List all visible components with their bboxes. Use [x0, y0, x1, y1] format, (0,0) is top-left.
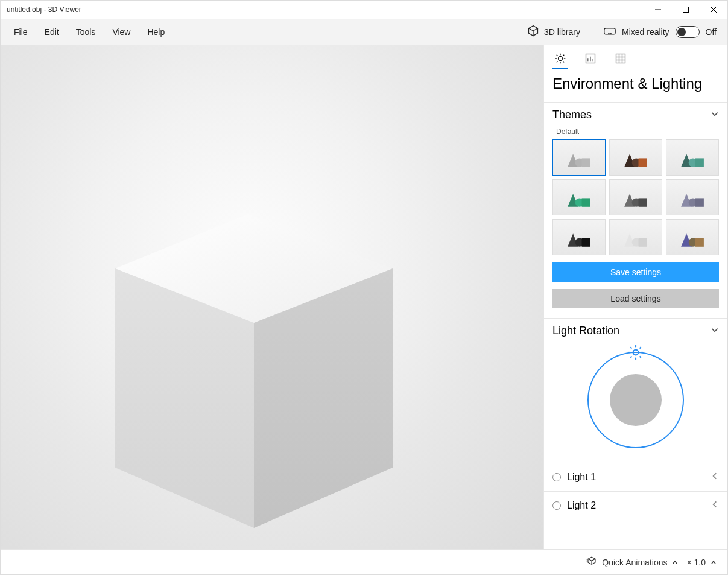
chevron-up-icon: [672, 558, 678, 567]
grid-icon: [615, 52, 627, 67]
load-settings-button[interactable]: Load settings: [552, 289, 719, 308]
minimize-button[interactable]: [644, 1, 672, 19]
title-bar: untitled.obj - 3D Viewer: [1, 1, 727, 19]
light-rotation-title: Light Rotation: [552, 325, 619, 337]
theme-grid: [552, 139, 719, 255]
svg-line-33: [630, 357, 631, 358]
svg-line-32: [640, 357, 641, 358]
svg-line-13: [557, 55, 558, 56]
svg-line-34: [640, 347, 641, 348]
svg-line-16: [563, 55, 565, 56]
quick-animations-button[interactable]: Quick Animations: [586, 556, 678, 568]
light-1-label: Light 1: [567, 472, 596, 483]
3d-library-button[interactable]: 3D library: [521, 21, 586, 42]
menu-view[interactable]: View: [104, 24, 139, 40]
mixed-reality-icon: [604, 26, 616, 37]
panel-heading: Environment & Lighting: [544, 69, 727, 102]
svg-rect-1: [683, 7, 689, 13]
divider: [595, 25, 595, 39]
3d-viewport[interactable]: [1, 45, 543, 549]
sun-icon: [554, 52, 566, 67]
theme-thumb-5[interactable]: [666, 179, 719, 215]
side-panel: Environment & Lighting Themes Default Sa…: [543, 45, 727, 549]
theme-thumb-0[interactable]: [552, 139, 606, 176]
menu-tools[interactable]: Tools: [68, 24, 104, 40]
chevron-down-icon: [711, 109, 719, 121]
mixed-reality-toggle[interactable]: [676, 26, 700, 38]
theme-thumb-8[interactable]: [666, 219, 719, 255]
light-2-row[interactable]: Light 2: [544, 491, 727, 519]
save-settings-button[interactable]: Save settings: [552, 262, 719, 282]
chevron-left-icon: [711, 472, 719, 483]
3d-library-label: 3D library: [544, 27, 580, 37]
svg-line-31: [630, 347, 631, 348]
menu-bar: File Edit Tools View Help 3D library Mix…: [1, 19, 727, 45]
cube-model: [55, 166, 441, 549]
theme-thumb-4[interactable]: [609, 179, 662, 215]
close-button[interactable]: [700, 1, 727, 19]
window-title: untitled.obj - 3D Viewer: [7, 5, 644, 14]
light-1-row[interactable]: Light 1: [544, 463, 727, 491]
theme-selected-label: Default: [556, 127, 719, 136]
svg-line-14: [563, 62, 565, 63]
theme-thumb-7[interactable]: [609, 219, 662, 255]
tab-grid[interactable]: [613, 51, 628, 69]
themes-title: Themes: [552, 109, 592, 121]
menu-file[interactable]: File: [5, 24, 36, 40]
sun-handle-icon[interactable]: [628, 345, 644, 363]
maximize-button[interactable]: [672, 1, 700, 19]
scale-label: × 1.0: [686, 558, 706, 567]
light-2-label: Light 2: [567, 500, 596, 511]
tab-stats[interactable]: [583, 51, 598, 69]
light-dial-inner: [610, 374, 662, 426]
light-rotation-dial[interactable]: [587, 352, 684, 448]
light-2-radio[interactable]: [552, 501, 561, 510]
chevron-down-icon: [711, 325, 719, 337]
themes-header[interactable]: Themes: [544, 103, 727, 127]
chevron-up-icon: [711, 558, 717, 567]
svg-point-8: [559, 57, 563, 61]
theme-thumb-6[interactable]: [552, 219, 606, 255]
light-1-radio[interactable]: [552, 473, 561, 481]
menu-help[interactable]: Help: [139, 24, 173, 40]
light-rotation-header[interactable]: Light Rotation: [544, 319, 727, 343]
svg-point-26: [633, 350, 639, 355]
theme-thumb-1[interactable]: [609, 139, 662, 176]
cube-icon: [527, 25, 539, 39]
chevron-left-icon: [711, 500, 719, 511]
tab-environment[interactable]: [552, 51, 568, 69]
mixed-reality-group: Mixed reality Off: [604, 26, 723, 38]
quick-animations-label: Quick Animations: [602, 558, 667, 567]
menu-edit[interactable]: Edit: [36, 24, 68, 40]
mixed-reality-label: Mixed reality: [622, 27, 669, 37]
animation-icon: [586, 556, 597, 568]
stats-icon: [584, 52, 597, 67]
status-bar: Quick Animations × 1.0: [1, 549, 727, 574]
scale-control[interactable]: × 1.0: [686, 558, 717, 567]
svg-line-15: [557, 62, 558, 63]
theme-thumb-2[interactable]: [666, 139, 719, 176]
mixed-reality-state: Off: [706, 27, 717, 37]
svg-rect-21: [616, 54, 625, 63]
theme-thumb-3[interactable]: [552, 179, 606, 215]
